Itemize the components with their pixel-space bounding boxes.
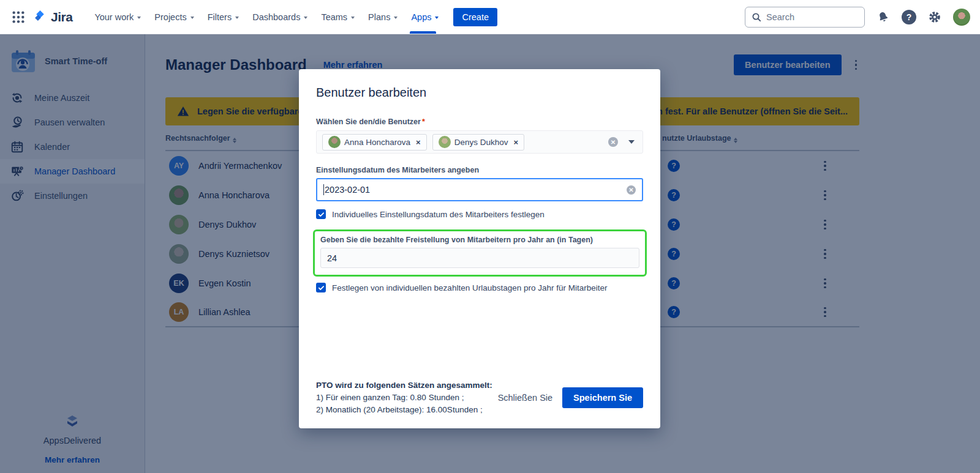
nav-item-your-work[interactable]: Your work (88, 7, 147, 28)
nav-item-filters[interactable]: Filters (202, 7, 245, 28)
text-cursor (323, 184, 324, 195)
chip-label: Anna Honcharova (344, 138, 410, 147)
accrual-note-line: 2) Monatlich (20 Arbeitstage): 16.00Stun… (316, 404, 492, 416)
chevron-down-icon (304, 17, 307, 19)
nav-item-plans[interactable]: Plans (362, 7, 404, 28)
chevron-down-icon (351, 17, 355, 19)
individual-hire-date-row: Individuelles Einstellungsdatum des Mita… (316, 209, 643, 219)
chevron-down-icon[interactable] (628, 140, 635, 144)
user-select-label: Wählen Sie den/die Benutzer* (316, 117, 643, 126)
notifications-bell-icon[interactable] (876, 10, 890, 24)
nav-item-teams[interactable]: Teams (315, 7, 361, 28)
modal-title: Benutzer bearbeiten (316, 86, 643, 100)
nav-item-dashboards[interactable]: Dashboards (246, 7, 314, 28)
chevron-down-icon (394, 17, 398, 19)
selected-user-chip: Denys Dukhov × (432, 134, 524, 151)
remove-chip-icon[interactable]: × (416, 138, 421, 147)
clear-date-icon[interactable]: ✕ (627, 185, 636, 195)
checkbox-label: Festlegen von individuellen bezahlten Ur… (332, 283, 608, 292)
help-icon[interactable]: ? (902, 10, 916, 24)
jira-logo[interactable]: Jira (33, 10, 72, 24)
chevron-down-icon (235, 17, 239, 19)
close-button[interactable]: Schließen Sie (498, 393, 552, 403)
settings-gear-icon[interactable] (928, 10, 941, 24)
edit-user-modal: Benutzer bearbeiten Wählen Sie den/die B… (299, 69, 660, 428)
search-icon (752, 12, 761, 22)
hire-date-value: 2023-02-01 (325, 185, 370, 195)
pto-days-label: Geben Sie die bezahlte Freistellung von … (320, 236, 639, 244)
user-avatar[interactable] (953, 9, 970, 26)
remove-chip-icon[interactable]: × (513, 138, 518, 147)
nav-menu: Your work Projects Filters Dashboards Te… (88, 7, 445, 28)
checkbox-label: Individuelles Einstellungsdatum des Mita… (332, 210, 545, 219)
chevron-down-icon (435, 17, 439, 19)
individual-pto-row: Festlegen von individuellen bezahlten Ur… (316, 283, 643, 292)
jira-logo-icon (33, 10, 47, 24)
search-input[interactable] (766, 12, 852, 22)
chevron-down-icon (137, 17, 141, 19)
chevron-down-icon (190, 17, 194, 19)
selected-user-chip: Anna Honcharova × (322, 134, 427, 151)
nav-item-apps[interactable]: Apps (405, 7, 445, 28)
pto-days-value: 24 (327, 253, 337, 263)
hire-date-label: Einstellungsdatum des Mitarbeiters angeb… (316, 166, 643, 174)
avatar (328, 136, 341, 148)
pto-days-input[interactable]: 24 (320, 248, 639, 268)
hire-date-input[interactable]: 2023-02-01 ✕ (316, 178, 643, 201)
nav-item-projects[interactable]: Projects (148, 7, 200, 28)
pto-days-highlight-box: Geben Sie die bezahlte Freistellung von … (313, 229, 647, 277)
accrual-note: PTO wird zu folgenden Sätzen angesammelt… (316, 379, 492, 416)
clear-select-icon[interactable]: ✕ (608, 137, 618, 147)
modal-footer: PTO wird zu folgenden Sätzen angesammelt… (316, 379, 643, 416)
checkbox-checked[interactable] (316, 283, 326, 292)
required-asterisk: * (422, 117, 425, 126)
user-multiselect[interactable]: Anna Honcharova × Denys Dukhov × ✕ (316, 130, 643, 154)
save-button[interactable]: Speichern Sie (562, 387, 643, 408)
accrual-note-line: 1) Für einen ganzen Tag: 0.80 Stunden ; (316, 392, 492, 404)
create-button[interactable]: Create (453, 8, 497, 26)
jira-wordmark: Jira (51, 10, 72, 24)
top-navigation: Jira Your work Projects Filters Dashboar… (0, 0, 980, 34)
avatar (439, 136, 451, 148)
checkbox-checked[interactable] (316, 209, 326, 219)
chip-label: Denys Dukhov (454, 138, 508, 147)
global-search[interactable] (745, 7, 865, 28)
accrual-note-heading: PTO wird zu folgenden Sätzen angesammelt… (316, 379, 492, 392)
app-switcher-icon[interactable] (10, 9, 27, 26)
